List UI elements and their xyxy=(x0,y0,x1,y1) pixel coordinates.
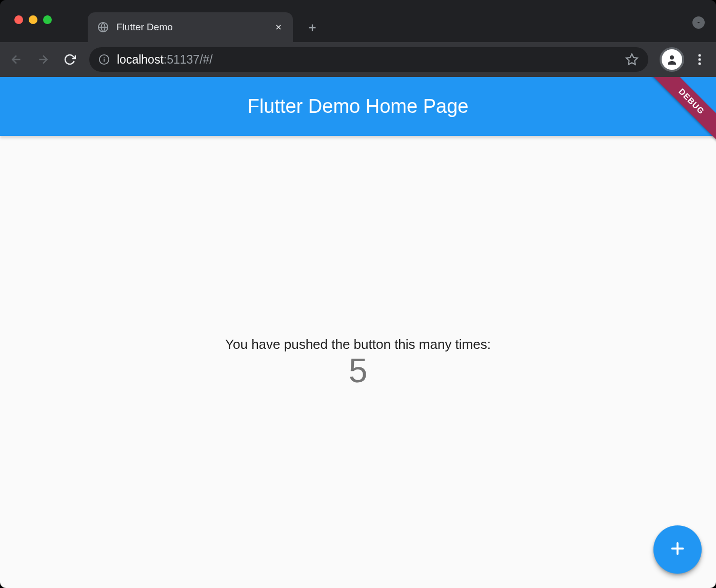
plus-icon xyxy=(668,539,687,560)
window-close-button[interactable] xyxy=(14,15,23,24)
browser-toolbar: localhost:51137/#/ xyxy=(0,42,716,77)
info-icon[interactable] xyxy=(98,54,110,65)
globe-icon xyxy=(97,21,109,33)
window-maximize-button[interactable] xyxy=(43,15,52,24)
app-viewport: Flutter Demo Home Page DEBUG You have pu… xyxy=(0,77,716,588)
svg-point-5 xyxy=(699,58,701,61)
url-host: localhost xyxy=(117,53,164,66)
back-button[interactable] xyxy=(5,48,28,71)
browser-menu-button[interactable] xyxy=(688,48,711,71)
svg-point-6 xyxy=(699,63,701,65)
forward-button[interactable] xyxy=(32,48,54,71)
bookmark-button[interactable] xyxy=(625,52,639,67)
counter-caption: You have pushed the button this many tim… xyxy=(225,337,491,352)
window-controls xyxy=(0,0,52,24)
titlebar: Flutter Demo xyxy=(0,0,716,42)
window-minimize-button[interactable] xyxy=(29,15,37,24)
app-body: You have pushed the button this many tim… xyxy=(0,136,716,588)
close-tab-button[interactable] xyxy=(273,22,284,32)
tabstrip: Flutter Demo xyxy=(88,0,323,42)
chrome-dropdown-icon[interactable] xyxy=(692,16,705,29)
url-text: localhost:51137/#/ xyxy=(117,53,618,67)
svg-marker-2 xyxy=(626,54,638,65)
profile-button[interactable] xyxy=(660,47,684,72)
app-bar: Flutter Demo Home Page xyxy=(0,77,716,136)
browser-window: Flutter Demo xyxy=(0,0,716,588)
floating-action-button[interactable] xyxy=(653,525,702,574)
address-bar[interactable]: localhost:51137/#/ xyxy=(89,47,648,72)
app-bar-title: Flutter Demo Home Page xyxy=(248,95,469,117)
tab-title: Flutter Demo xyxy=(116,22,266,33)
svg-point-3 xyxy=(670,55,674,60)
url-path: :51137/#/ xyxy=(164,53,213,66)
reload-button[interactable] xyxy=(58,48,81,71)
svg-point-4 xyxy=(699,54,701,57)
counter-value: 5 xyxy=(349,354,368,387)
browser-tab[interactable]: Flutter Demo xyxy=(88,12,293,42)
new-tab-button[interactable] xyxy=(302,17,323,38)
